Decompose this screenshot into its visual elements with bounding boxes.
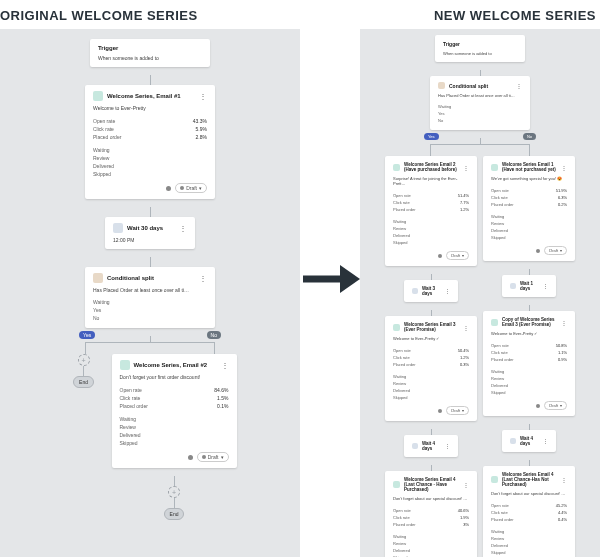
v: 1.2% [460, 355, 469, 360]
no-wait2[interactable]: Wait 4 days⋮ [502, 430, 556, 452]
v: 3% [463, 522, 469, 527]
s: We've got something special for you! 😍 [491, 176, 567, 181]
email2-subtitle: Don't forget your first order discount! [120, 374, 229, 380]
v: 0.4% [558, 517, 567, 522]
stat-label: Placed order [120, 403, 148, 409]
st: Skipped [491, 234, 567, 241]
l: Click rate [393, 355, 410, 360]
v: 6.3% [558, 195, 567, 200]
v: 51.9% [556, 188, 567, 193]
settings-icon[interactable] [188, 455, 193, 460]
connector [83, 366, 84, 376]
kebab-icon[interactable]: ⋮ [543, 438, 548, 444]
draft-badge[interactable]: Draft▾ [544, 246, 567, 255]
heading-new: NEW WELCOME SERIES [360, 0, 600, 29]
trigger-card[interactable]: Trigger When someone is added to [90, 39, 210, 67]
settings-icon[interactable] [536, 249, 540, 253]
draft-badge[interactable]: Draft▾ [175, 183, 207, 193]
status-item: Review [93, 154, 207, 162]
kebab-icon[interactable]: ⋮ [561, 319, 567, 326]
d: Draft [549, 403, 558, 408]
yes-email3[interactable]: Welcome Series Email 4 (Last Chance - Ha… [385, 471, 477, 557]
t: Welcome Series Email 4 (Last Chance-Has … [502, 472, 557, 487]
add-node[interactable]: + [168, 486, 180, 498]
draft-badge[interactable]: Draft▾ [544, 401, 567, 410]
no-email1[interactable]: Welcome Series Email 1 (Have not purchas… [483, 156, 575, 261]
l: Click rate [491, 510, 508, 515]
kebab-icon[interactable]: ⋮ [561, 164, 567, 171]
kebab-icon[interactable]: ⋮ [445, 288, 450, 294]
yes-email1[interactable]: Welcome Series Email 2 (Have purchased b… [385, 156, 477, 266]
s: Welcome to Ever-Pretty ✓ [491, 331, 567, 336]
kebab-icon[interactable]: ⋮ [221, 361, 229, 370]
st: Review [491, 375, 567, 382]
kebab-icon[interactable]: ⋮ [463, 324, 469, 331]
opt: No [438, 117, 522, 124]
kebab-icon[interactable]: ⋮ [199, 274, 207, 283]
kebab-icon[interactable]: ⋮ [543, 283, 548, 289]
email-icon [393, 324, 400, 331]
t: Welcome Series Email 2 (Have purchased b… [404, 162, 459, 172]
st: Delivered [491, 382, 567, 389]
st: Skipped [393, 239, 469, 246]
settings-icon[interactable] [438, 409, 442, 413]
t: Welcome Series Email 3 (Ever Promise) [404, 322, 459, 332]
yes-email2[interactable]: Welcome Series Email 3 (Ever Promise)⋮ W… [385, 316, 477, 421]
status-item: Skipped [120, 439, 229, 447]
draft-badge[interactable]: Draft▾ [197, 452, 229, 462]
kebab-icon[interactable]: ⋮ [199, 92, 207, 101]
status-item: Review [120, 423, 229, 431]
no-email3[interactable]: Welcome Series Email 4 (Last Chance-Has … [483, 466, 575, 557]
yes-wait2[interactable]: Wait 4 days⋮ [404, 435, 458, 457]
kebab-icon[interactable]: ⋮ [463, 481, 469, 488]
no-wait1[interactable]: Wait 1 days⋮ [502, 275, 556, 297]
cond-card[interactable]: Conditional split ⋮ Has Placed Order at … [85, 267, 215, 328]
l: Open rate [393, 508, 411, 513]
v: 1.9% [460, 515, 469, 520]
st: Review [491, 220, 567, 227]
cond-subtitle: Has Placed Order at least once over all … [93, 287, 207, 293]
kebab-icon[interactable]: ⋮ [463, 164, 469, 171]
status-item: Waiting [93, 146, 207, 154]
kebab-icon[interactable]: ⋮ [179, 224, 187, 233]
yes-wait1[interactable]: Wait 3 days⋮ [404, 280, 458, 302]
split-icon [93, 273, 103, 283]
branch: Yes No [85, 336, 215, 354]
settings-icon[interactable] [438, 254, 442, 258]
st: Review [393, 225, 469, 232]
st: Review [393, 380, 469, 387]
connector [150, 75, 151, 85]
wait-card[interactable]: Wait 30 days ⋮ 12:00 PM [105, 217, 195, 249]
draft-badge[interactable]: Draft▾ [446, 406, 469, 415]
cond-options: Waiting Yes No [438, 103, 522, 124]
end-node: End [164, 508, 185, 520]
stat-label: Open rate [120, 387, 142, 393]
email2-title: Welcome Series, Email #2 [134, 362, 208, 368]
settings-icon[interactable] [536, 404, 540, 408]
v: 45.2% [556, 503, 567, 508]
cond-subtitle: Has Placed Order at least once over all … [438, 93, 522, 98]
draft-badge[interactable]: Draft▾ [446, 251, 469, 260]
email2-stats: Open rate84.6% Click rate1.5% Placed ord… [120, 386, 229, 410]
add-node[interactable]: + [78, 354, 90, 366]
kebab-icon[interactable]: ⋮ [445, 443, 450, 449]
cond-card-new[interactable]: Conditional split ⋮ Has Placed Order at … [430, 76, 530, 130]
trigger-card-new[interactable]: Trigger When someone is added to [435, 35, 525, 62]
l: Click rate [393, 515, 410, 520]
v: 0.9% [558, 357, 567, 362]
email2-card[interactable]: Welcome Series, Email #2 ⋮ Don't forget … [112, 354, 237, 468]
t: Wait 4 days [520, 436, 539, 446]
no-email2[interactable]: Copy of Welcome Series Email 3 (Ever Pro… [483, 311, 575, 416]
st: Delivered [393, 232, 469, 239]
email1-subtitle: Welcome to Ever-Pretty [93, 105, 207, 111]
kebab-icon[interactable]: ⋮ [516, 82, 522, 89]
settings-icon[interactable] [166, 186, 171, 191]
yes-tag: Yes [79, 331, 95, 339]
kebab-icon[interactable]: ⋮ [561, 476, 567, 483]
d: Draft [451, 408, 460, 413]
st: Waiting [491, 528, 567, 535]
wait-icon [412, 443, 418, 449]
l: Placed order [393, 522, 416, 527]
cond-title: Conditional split [449, 83, 488, 89]
email1-card[interactable]: Welcome Series, Email #1 ⋮ Welcome to Ev… [85, 85, 215, 199]
